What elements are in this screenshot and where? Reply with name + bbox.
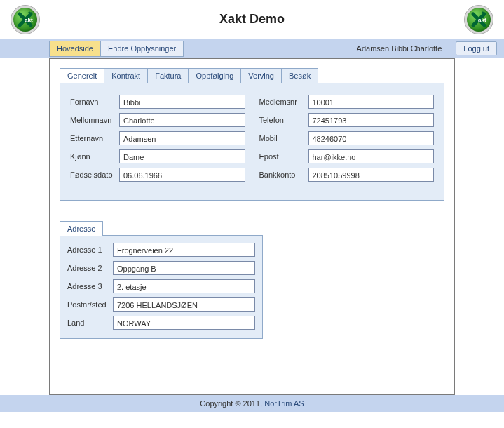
field-kjonn[interactable]: Dame	[119, 149, 245, 163]
label-mobil: Mobil	[259, 134, 308, 142]
label-adresse2: Adresse 2	[67, 264, 113, 272]
menu-hovedside[interactable]: Hovedside	[50, 41, 101, 56]
label-fornavn: Fornavn	[70, 98, 119, 106]
field-epost[interactable]: har@ikke.no	[308, 149, 435, 163]
tab-faktura[interactable]: Faktura	[147, 68, 189, 83]
tab-besok[interactable]: Besøk	[281, 68, 318, 83]
field-land[interactable]: NORWAY	[113, 316, 255, 330]
logo-left: akt	[11, 5, 40, 34]
logo-right: akt	[464, 5, 493, 34]
tab-adresse[interactable]: Adresse	[60, 221, 103, 236]
label-adresse3: Adresse 3	[67, 282, 113, 290]
footer-link[interactable]: NorTrim AS	[264, 399, 304, 408]
field-etternavn[interactable]: Adamsen	[119, 131, 245, 145]
label-adresse1: Adresse 1	[67, 246, 113, 254]
header-bar: akt Xakt Demo akt	[0, 0, 504, 39]
current-user-label: Adamsen Bibbi Charlotte	[357, 44, 456, 53]
field-postnr[interactable]: 7206 HELLANDSJØEN	[113, 297, 255, 312]
tab-generelt[interactable]: Generelt	[60, 68, 104, 83]
label-etternavn: Etternavn	[70, 134, 119, 142]
footer: Copyright © 2011, NorTrim AS	[0, 395, 504, 412]
field-medlemsnr[interactable]: 10001	[308, 95, 435, 109]
main-panel: Generelt Kontrakt Faktura Oppfølging Ver…	[49, 58, 455, 395]
label-medlemsnr: Medlemsnr	[259, 98, 308, 106]
field-fodselsdato[interactable]: 06.06.1966	[119, 168, 245, 182]
label-land: Land	[67, 319, 113, 327]
label-fodselsdato: Fødselsdato	[70, 170, 119, 179]
page-title: Xakt Demo	[219, 12, 285, 27]
label-mellomnavn: Mellomnavn	[70, 116, 119, 124]
label-kjonn: Kjønn	[70, 152, 119, 161]
field-mellomnavn[interactable]: Charlotte	[119, 113, 245, 127]
menu-endre-opplysninger[interactable]: Endre Opplysninger	[101, 41, 183, 56]
tab-kontrakt[interactable]: Kontrakt	[104, 68, 148, 83]
label-bankkonto: Bankkonto	[259, 170, 308, 179]
field-telefon[interactable]: 72451793	[308, 113, 435, 127]
logout-button[interactable]: Logg ut	[456, 41, 497, 55]
svg-text:akt: akt	[25, 17, 33, 23]
tab-oppfolging[interactable]: Oppfølging	[188, 68, 241, 83]
xakt-logo-icon: akt	[469, 10, 489, 29]
label-epost: Epost	[259, 152, 308, 161]
menu-bar: Hovedside Endre Opplysninger Adamsen Bib…	[0, 39, 504, 58]
field-fornavn[interactable]: Bibbi	[119, 95, 245, 109]
address-panel: Adresse 1 Frognerveien 22 Adresse 2 Oppg…	[60, 235, 263, 339]
field-adresse2[interactable]: Oppgang B	[113, 261, 255, 275]
xakt-logo-icon: akt	[15, 10, 35, 29]
field-adresse1[interactable]: Frognerveien 22	[113, 243, 255, 257]
svg-text:akt: akt	[478, 17, 486, 23]
tab-body-generelt: Fornavn Bibbi Mellomnavn Charlotte Etter…	[60, 83, 444, 201]
label-postnr: Postnr/sted	[67, 300, 113, 309]
footer-copyright: Copyright © 2011,	[200, 399, 264, 408]
field-bankkonto[interactable]: 20851059998	[308, 168, 435, 182]
tab-verving[interactable]: Verving	[240, 68, 282, 83]
detail-tabs: Generelt Kontrakt Faktura Oppfølging Ver…	[60, 67, 444, 83]
field-adresse3[interactable]: 2. etasje	[113, 279, 255, 293]
field-mobil[interactable]: 48246070	[308, 131, 435, 145]
label-telefon: Telefon	[259, 116, 308, 124]
